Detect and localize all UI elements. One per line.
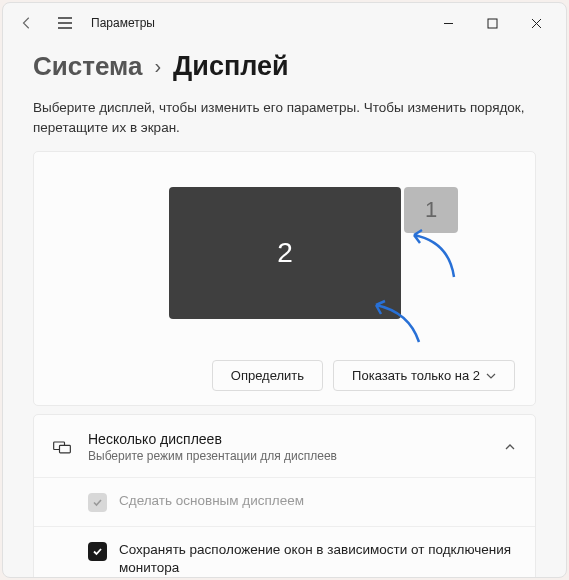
svg-rect-2 (60, 445, 71, 453)
titlebar: Параметры (3, 3, 566, 43)
multiple-displays-icon (52, 437, 72, 457)
remember-layout-label: Сохранять расположение окон в зависимост… (119, 541, 517, 577)
annotation-arrow-icon (364, 297, 434, 352)
make-main-label: Сделать основным дисплеем (119, 492, 304, 510)
check-icon (92, 497, 103, 508)
chevron-down-icon (486, 371, 496, 381)
menu-button[interactable] (49, 7, 81, 39)
multiple-displays-header[interactable]: Несколько дисплеев Выберите режим презен… (34, 415, 535, 477)
multiple-displays-card: Несколько дисплеев Выберите режим презен… (33, 414, 536, 577)
chevron-right-icon: › (154, 55, 161, 78)
breadcrumb: Система › Дисплей (33, 51, 536, 82)
settings-window: Параметры Система › Дисплей Выберите дис… (2, 2, 567, 578)
identify-button[interactable]: Определить (212, 360, 323, 391)
make-main-display-row: Сделать основным дисплеем (34, 477, 535, 526)
page-description: Выберите дисплей, чтобы изменить его пар… (33, 98, 536, 137)
annotation-arrow-icon (399, 227, 469, 287)
check-icon (92, 546, 103, 557)
close-button[interactable] (514, 8, 558, 38)
app-title: Параметры (91, 16, 155, 30)
remember-layout-checkbox[interactable] (88, 542, 107, 561)
back-button[interactable] (11, 7, 43, 39)
display-arrangement-card: 2 1 Определить Показать только на 2 (33, 151, 536, 406)
maximize-button[interactable] (470, 8, 514, 38)
display-mode-dropdown[interactable]: Показать только на 2 (333, 360, 515, 391)
section-subtitle: Выберите режим презентации для дисплеев (88, 449, 487, 463)
display-arrangement-area[interactable]: 2 1 (54, 172, 515, 342)
make-main-checkbox (88, 493, 107, 512)
breadcrumb-parent[interactable]: Система (33, 51, 142, 82)
minimize-button[interactable] (426, 8, 470, 38)
svg-rect-0 (488, 19, 497, 28)
chevron-up-icon (503, 440, 517, 454)
page-title: Дисплей (173, 51, 289, 82)
section-title: Несколько дисплеев (88, 431, 487, 447)
remember-layout-row: Сохранять расположение окон в зависимост… (34, 526, 535, 577)
